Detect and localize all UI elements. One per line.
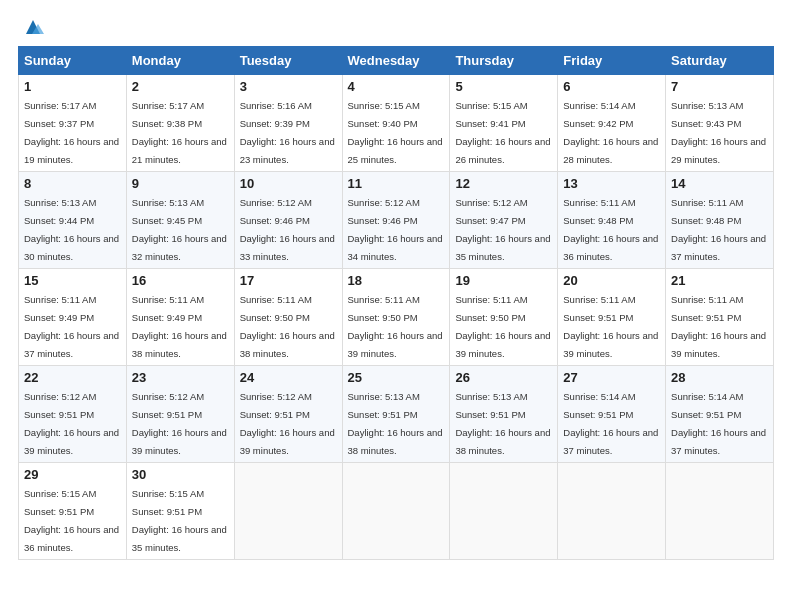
calendar-cell: 3 Sunrise: 5:16 AMSunset: 9:39 PMDayligh… [234,75,342,172]
calendar-week-4: 22 Sunrise: 5:12 AMSunset: 9:51 PMDaylig… [19,366,774,463]
calendar-cell: 29 Sunrise: 5:15 AMSunset: 9:51 PMDaylig… [19,463,127,560]
logo [18,18,44,38]
col-header-tuesday: Tuesday [234,47,342,75]
day-number: 19 [455,273,552,288]
logo-icon [22,16,44,38]
calendar-header-row: SundayMondayTuesdayWednesdayThursdayFrid… [19,47,774,75]
day-info: Sunrise: 5:15 AMSunset: 9:51 PMDaylight:… [132,488,227,553]
day-info: Sunrise: 5:12 AMSunset: 9:51 PMDaylight:… [24,391,119,456]
calendar-cell [558,463,666,560]
calendar-week-5: 29 Sunrise: 5:15 AMSunset: 9:51 PMDaylig… [19,463,774,560]
calendar-table: SundayMondayTuesdayWednesdayThursdayFrid… [18,46,774,560]
calendar-cell [450,463,558,560]
calendar-cell: 2 Sunrise: 5:17 AMSunset: 9:38 PMDayligh… [126,75,234,172]
calendar-week-3: 15 Sunrise: 5:11 AMSunset: 9:49 PMDaylig… [19,269,774,366]
day-info: Sunrise: 5:13 AMSunset: 9:44 PMDaylight:… [24,197,119,262]
day-number: 25 [348,370,445,385]
calendar-cell: 7 Sunrise: 5:13 AMSunset: 9:43 PMDayligh… [666,75,774,172]
calendar-cell: 6 Sunrise: 5:14 AMSunset: 9:42 PMDayligh… [558,75,666,172]
calendar-cell: 20 Sunrise: 5:11 AMSunset: 9:51 PMDaylig… [558,269,666,366]
calendar-cell: 5 Sunrise: 5:15 AMSunset: 9:41 PMDayligh… [450,75,558,172]
day-info: Sunrise: 5:11 AMSunset: 9:50 PMDaylight:… [348,294,443,359]
day-info: Sunrise: 5:14 AMSunset: 9:42 PMDaylight:… [563,100,658,165]
day-info: Sunrise: 5:11 AMSunset: 9:48 PMDaylight:… [671,197,766,262]
day-info: Sunrise: 5:12 AMSunset: 9:46 PMDaylight:… [240,197,335,262]
day-info: Sunrise: 5:11 AMSunset: 9:51 PMDaylight:… [671,294,766,359]
day-info: Sunrise: 5:12 AMSunset: 9:51 PMDaylight:… [240,391,335,456]
day-info: Sunrise: 5:14 AMSunset: 9:51 PMDaylight:… [563,391,658,456]
day-number: 7 [671,79,768,94]
calendar-cell: 24 Sunrise: 5:12 AMSunset: 9:51 PMDaylig… [234,366,342,463]
day-info: Sunrise: 5:12 AMSunset: 9:51 PMDaylight:… [132,391,227,456]
day-number: 8 [24,176,121,191]
calendar-cell: 30 Sunrise: 5:15 AMSunset: 9:51 PMDaylig… [126,463,234,560]
calendar-week-2: 8 Sunrise: 5:13 AMSunset: 9:44 PMDayligh… [19,172,774,269]
page: SundayMondayTuesdayWednesdayThursdayFrid… [0,0,792,612]
day-info: Sunrise: 5:12 AMSunset: 9:46 PMDaylight:… [348,197,443,262]
day-number: 26 [455,370,552,385]
day-number: 24 [240,370,337,385]
calendar-cell: 13 Sunrise: 5:11 AMSunset: 9:48 PMDaylig… [558,172,666,269]
day-info: Sunrise: 5:13 AMSunset: 9:51 PMDaylight:… [348,391,443,456]
day-info: Sunrise: 5:12 AMSunset: 9:47 PMDaylight:… [455,197,550,262]
calendar-cell: 17 Sunrise: 5:11 AMSunset: 9:50 PMDaylig… [234,269,342,366]
day-number: 15 [24,273,121,288]
header [18,18,774,38]
day-info: Sunrise: 5:15 AMSunset: 9:40 PMDaylight:… [348,100,443,165]
calendar-cell: 10 Sunrise: 5:12 AMSunset: 9:46 PMDaylig… [234,172,342,269]
calendar-cell: 27 Sunrise: 5:14 AMSunset: 9:51 PMDaylig… [558,366,666,463]
calendar-week-1: 1 Sunrise: 5:17 AMSunset: 9:37 PMDayligh… [19,75,774,172]
col-header-monday: Monday [126,47,234,75]
day-info: Sunrise: 5:11 AMSunset: 9:51 PMDaylight:… [563,294,658,359]
day-info: Sunrise: 5:11 AMSunset: 9:50 PMDaylight:… [240,294,335,359]
day-number: 14 [671,176,768,191]
day-number: 6 [563,79,660,94]
calendar-cell [666,463,774,560]
day-number: 16 [132,273,229,288]
col-header-wednesday: Wednesday [342,47,450,75]
day-number: 30 [132,467,229,482]
calendar-cell: 12 Sunrise: 5:12 AMSunset: 9:47 PMDaylig… [450,172,558,269]
day-info: Sunrise: 5:13 AMSunset: 9:51 PMDaylight:… [455,391,550,456]
calendar-cell: 26 Sunrise: 5:13 AMSunset: 9:51 PMDaylig… [450,366,558,463]
day-number: 21 [671,273,768,288]
calendar-cell: 18 Sunrise: 5:11 AMSunset: 9:50 PMDaylig… [342,269,450,366]
day-number: 22 [24,370,121,385]
day-number: 3 [240,79,337,94]
calendar-cell: 14 Sunrise: 5:11 AMSunset: 9:48 PMDaylig… [666,172,774,269]
col-header-saturday: Saturday [666,47,774,75]
col-header-thursday: Thursday [450,47,558,75]
calendar-cell: 11 Sunrise: 5:12 AMSunset: 9:46 PMDaylig… [342,172,450,269]
day-number: 5 [455,79,552,94]
calendar-cell: 8 Sunrise: 5:13 AMSunset: 9:44 PMDayligh… [19,172,127,269]
calendar-cell: 23 Sunrise: 5:12 AMSunset: 9:51 PMDaylig… [126,366,234,463]
calendar-cell: 15 Sunrise: 5:11 AMSunset: 9:49 PMDaylig… [19,269,127,366]
day-number: 1 [24,79,121,94]
day-info: Sunrise: 5:13 AMSunset: 9:45 PMDaylight:… [132,197,227,262]
day-info: Sunrise: 5:14 AMSunset: 9:51 PMDaylight:… [671,391,766,456]
day-number: 18 [348,273,445,288]
day-number: 9 [132,176,229,191]
day-number: 17 [240,273,337,288]
day-number: 12 [455,176,552,191]
day-number: 23 [132,370,229,385]
day-number: 27 [563,370,660,385]
day-info: Sunrise: 5:16 AMSunset: 9:39 PMDaylight:… [240,100,335,165]
day-info: Sunrise: 5:17 AMSunset: 9:37 PMDaylight:… [24,100,119,165]
calendar-cell: 1 Sunrise: 5:17 AMSunset: 9:37 PMDayligh… [19,75,127,172]
calendar-cell [234,463,342,560]
day-info: Sunrise: 5:11 AMSunset: 9:49 PMDaylight:… [24,294,119,359]
day-number: 13 [563,176,660,191]
calendar-cell: 9 Sunrise: 5:13 AMSunset: 9:45 PMDayligh… [126,172,234,269]
calendar-cell: 19 Sunrise: 5:11 AMSunset: 9:50 PMDaylig… [450,269,558,366]
day-info: Sunrise: 5:11 AMSunset: 9:48 PMDaylight:… [563,197,658,262]
calendar-cell: 4 Sunrise: 5:15 AMSunset: 9:40 PMDayligh… [342,75,450,172]
calendar-cell: 22 Sunrise: 5:12 AMSunset: 9:51 PMDaylig… [19,366,127,463]
day-info: Sunrise: 5:11 AMSunset: 9:49 PMDaylight:… [132,294,227,359]
day-number: 28 [671,370,768,385]
col-header-sunday: Sunday [19,47,127,75]
day-info: Sunrise: 5:15 AMSunset: 9:41 PMDaylight:… [455,100,550,165]
calendar-cell: 16 Sunrise: 5:11 AMSunset: 9:49 PMDaylig… [126,269,234,366]
day-number: 2 [132,79,229,94]
day-info: Sunrise: 5:11 AMSunset: 9:50 PMDaylight:… [455,294,550,359]
